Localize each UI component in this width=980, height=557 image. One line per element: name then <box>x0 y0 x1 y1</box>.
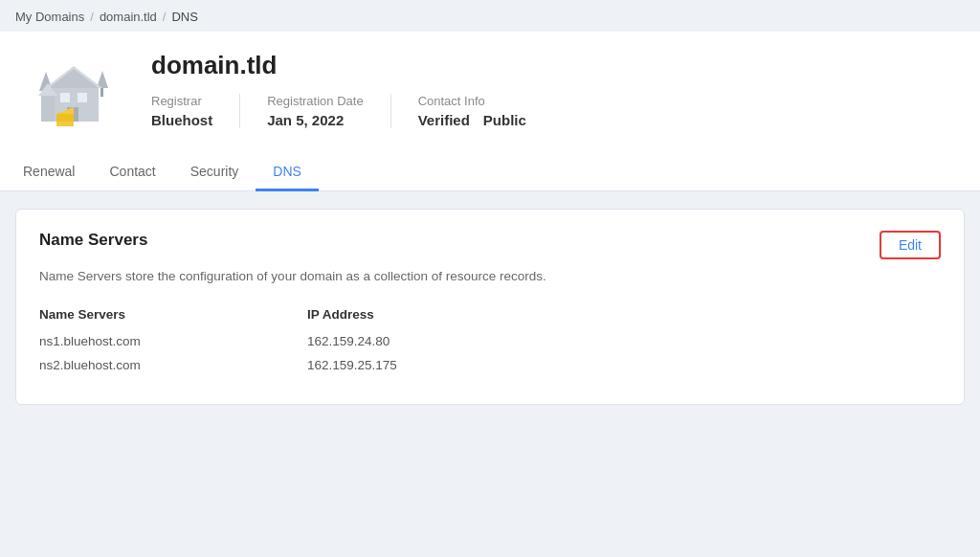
card-title: Name Servers <box>39 231 147 250</box>
ns-name: ns1.bluehost.com <box>39 329 307 353</box>
edit-button[interactable]: Edit <box>880 231 941 259</box>
breadcrumb-my-domains[interactable]: My Domains <box>15 10 84 24</box>
breadcrumb: My Domains / domain.tld / DNS <box>0 0 980 32</box>
svg-rect-13 <box>56 114 74 122</box>
col-name-servers: Name Servers <box>39 307 307 329</box>
tab-renewal[interactable]: Renewal <box>23 154 92 191</box>
registrar-info: Registrar Bluehost <box>151 94 240 128</box>
table-row: ns2.bluehost.com 162.159.25.175 <box>39 353 941 377</box>
reg-date-info: Registration Date Jan 5, 2022 <box>267 94 390 128</box>
content-area: Name Servers Edit Name Servers store the… <box>0 191 980 422</box>
tab-contact[interactable]: Contact <box>92 154 172 191</box>
domain-icon <box>23 51 128 137</box>
svg-rect-3 <box>100 88 103 97</box>
ns-name: ns2.bluehost.com <box>39 353 307 377</box>
reg-date-label: Registration Date <box>267 94 363 108</box>
card-description: Name Servers store the configuration of … <box>39 267 613 286</box>
domain-name: domain.tld <box>151 51 957 80</box>
table-row: ns1.bluehost.com 162.159.24.80 <box>39 329 941 353</box>
ns-ip: 162.159.25.175 <box>307 353 941 377</box>
breadcrumb-sep-1: / <box>90 10 94 24</box>
verified-badge: Verified <box>418 112 470 128</box>
svg-rect-7 <box>41 95 55 122</box>
svg-marker-6 <box>49 69 99 88</box>
col-ip-address: IP Address <box>307 307 941 329</box>
name-servers-table: Name Servers IP Address ns1.bluehost.com… <box>39 307 941 377</box>
tab-security[interactable]: Security <box>173 154 256 191</box>
contact-info: Contact Info Verified Public <box>418 94 553 128</box>
domain-details: domain.tld Registrar Bluehost Registrati… <box>151 51 957 128</box>
domain-tabs: Renewal Contact Security DNS <box>23 154 957 190</box>
public-badge: Public <box>483 112 526 128</box>
breadcrumb-current: DNS <box>171 10 197 24</box>
svg-rect-9 <box>60 93 70 102</box>
breadcrumb-sep-2: / <box>163 10 167 24</box>
contact-label: Contact Info <box>418 94 526 108</box>
svg-rect-10 <box>78 93 87 102</box>
domain-header: domain.tld Registrar Bluehost Registrati… <box>0 32 980 191</box>
name-servers-card: Name Servers Edit Name Servers store the… <box>15 209 965 405</box>
tab-dns[interactable]: DNS <box>256 154 319 191</box>
reg-date-value: Jan 5, 2022 <box>267 112 363 128</box>
ns-ip: 162.159.24.80 <box>307 329 941 353</box>
registrar-label: Registrar <box>151 94 212 108</box>
registrar-value: Bluehost <box>151 112 212 128</box>
breadcrumb-domain[interactable]: domain.tld <box>100 10 157 24</box>
